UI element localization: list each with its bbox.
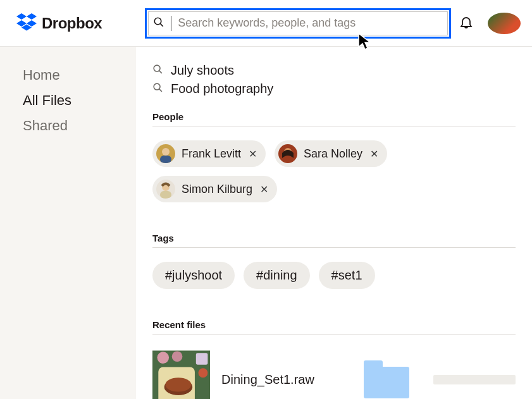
folder-icon [364,360,409,398]
section-label-recent: Recent files [152,319,516,330]
sidebar-item-all-files[interactable]: All Files [23,92,136,109]
divider [152,126,516,126]
sidebar-item-home[interactable]: Home [23,67,136,83]
search-icon [152,63,163,78]
divider [152,334,516,335]
text-caret [171,16,171,31]
divider [152,247,516,248]
people-chip-row: Frank Levitt ✕ Sara Nolley ✕ Simon Kilbu… [152,140,516,202]
search-icon [153,16,164,30]
close-icon[interactable]: ✕ [249,148,257,160]
tag-chip[interactable]: #set1 [319,262,375,289]
svg-line-6 [160,23,163,27]
svg-line-11 [159,71,162,73]
tag-chip-row: #julyshoot #dining #set1 [152,262,516,289]
brand-logo[interactable]: Dropbox [16,13,102,34]
svg-point-10 [154,65,160,71]
file-thumbnail[interactable] [152,348,210,399]
tag-chip[interactable]: #julyshoot [152,262,235,289]
search-icon [152,82,163,96]
svg-marker-1 [27,13,37,20]
file-thumbnail[interactable] [364,360,409,398]
person-name: Simon Kilburg [182,183,252,196]
file-name[interactable]: Dining_Set1.raw [221,372,314,387]
tag-chip[interactable]: #dining [244,262,310,289]
svg-rect-15 [160,156,171,163]
search-suggestion[interactable]: Food photography [152,82,516,96]
file-name-placeholder [433,375,516,384]
svg-point-22 [165,378,191,391]
svg-point-5 [154,18,161,25]
search-placeholder: Search keywords, people, and tags [178,16,356,30]
person-name: Frank Levitt [182,147,241,161]
svg-point-14 [162,148,170,156]
avatar [156,180,175,199]
recent-files-row: Dining_Set1.raw [152,348,516,399]
app-header: Dropbox Search keywords, people, and tag… [0,0,532,47]
brand-name: Dropbox [42,15,102,32]
suggestion-label: Food photography [171,82,273,96]
dropbox-logo-icon [16,13,37,34]
close-icon[interactable]: ✕ [260,183,268,195]
search-suggestion[interactable]: July shoots [152,63,516,78]
sidebar-item-shared[interactable]: Shared [23,118,136,134]
person-chip[interactable]: Frank Levitt ✕ [152,140,266,167]
svg-point-12 [154,83,160,90]
svg-marker-0 [16,13,27,20]
svg-rect-25 [196,353,208,365]
section-label-tags: Tags [152,233,516,243]
close-icon[interactable]: ✕ [370,148,378,160]
account-avatar[interactable] [488,13,521,34]
avatar [156,144,175,163]
person-name: Sara Nolley [304,147,362,161]
person-chip[interactable]: Sara Nolley ✕ [275,140,387,167]
app-body: Home All Files Shared July shoots Food p… [0,47,532,399]
svg-point-26 [199,368,208,378]
svg-point-23 [157,352,169,364]
suggestion-label: July shoots [171,63,234,78]
svg-rect-18 [160,191,171,199]
search-panel: July shoots Food photography People Fran… [136,47,532,399]
avatar [278,144,297,163]
person-chip[interactable]: Simon Kilburg ✕ [152,176,277,202]
sidebar: Home All Files Shared [0,47,136,399]
svg-point-24 [172,351,183,362]
section-label-people: People [152,111,516,122]
svg-line-13 [159,89,162,92]
bell-icon[interactable] [459,15,474,32]
search-input[interactable]: Search keywords, people, and tags [145,8,451,39]
